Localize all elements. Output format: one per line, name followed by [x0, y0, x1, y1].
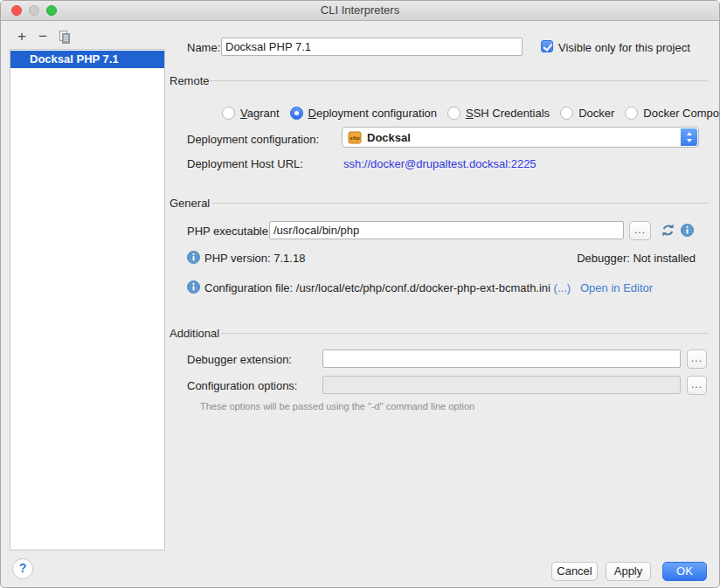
remote-section-header: Remote: [170, 74, 210, 87]
php-version-text: PHP version: 7.1.18: [204, 252, 305, 266]
radio-option-vagrant[interactable]: Vagrant: [222, 107, 280, 120]
debugger-extension-label: Debugger extension:: [187, 353, 292, 367]
configuration-options-browse-button[interactable]: ...: [687, 376, 707, 395]
duplicate-interpreter-button[interactable]: [55, 30, 73, 47]
sftp-badge-icon: sftp: [348, 131, 362, 144]
spacer: [574, 281, 578, 294]
interpreter-list: Docksal PHP 7.1: [10, 49, 165, 550]
info-circle-icon: [681, 224, 694, 237]
chevron-down-icon: [687, 139, 692, 142]
deployment-configuration-label: Deployment configuration:: [187, 133, 319, 147]
name-input[interactable]: [221, 38, 523, 56]
name-label: Name:: [187, 41, 220, 55]
general-section-header: General: [170, 197, 210, 210]
window-title: CLI Interpreters: [1, 3, 719, 17]
deployment-configuration-value: Docksal: [367, 131, 411, 144]
php-executable-label: PHP executable:: [187, 225, 272, 239]
reload-phpinfo-button[interactable]: [661, 223, 675, 240]
radio-option-label: Docker: [578, 107, 614, 120]
svg-text:sftp: sftp: [350, 135, 360, 141]
radio-option-ssh-credentials[interactable]: SSH Credentials: [447, 107, 550, 120]
visible-only-label: Visible only for this project: [558, 41, 690, 55]
sync-arrows-icon: [661, 223, 675, 238]
chevron-up-icon: [687, 132, 692, 135]
show-phpinfo-button[interactable]: [681, 224, 694, 239]
radio-button-icon: [222, 107, 235, 120]
debugger-status-text: Debugger: Not installed: [577, 252, 696, 266]
radio-option-label: Vagrant: [240, 107, 280, 120]
list-item-interpreter[interactable]: Docksal PHP 7.1: [10, 51, 164, 68]
cancel-button[interactable]: Cancel: [551, 562, 598, 581]
radio-option-label: SSH Credentials: [466, 107, 550, 120]
php-executable-input[interactable]: [269, 221, 624, 239]
debugger-extension-input[interactable]: [322, 349, 681, 368]
radio-button-icon: [625, 107, 638, 120]
remote-section-divider: [210, 80, 709, 81]
apply-button[interactable]: Apply: [606, 562, 651, 581]
remove-interpreter-button[interactable]: −: [34, 28, 52, 45]
options-hint-text: These options will be passed using the "…: [200, 401, 474, 412]
radio-option-label: Deployment configuration: [308, 107, 437, 120]
radio-option-docker[interactable]: Docker: [560, 107, 614, 120]
radio-button-icon: [290, 107, 303, 120]
add-interpreter-button[interactable]: +: [13, 28, 31, 45]
deployment-host-url-label: Deployment Host URL:: [187, 157, 303, 171]
radio-option-deployment-configuration[interactable]: Deployment configuration: [290, 107, 437, 120]
deployment-configuration-select[interactable]: sftp Docksal: [342, 127, 699, 148]
minus-icon: −: [38, 28, 47, 45]
radio-button-icon: [560, 107, 573, 120]
additional-section-header: Additional: [170, 327, 219, 340]
radio-option-docker-compose[interactable]: Docker Compose: [625, 107, 719, 120]
configuration-options-input[interactable]: [322, 376, 681, 394]
chevron-up-down-icon[interactable]: [681, 128, 697, 146]
open-in-editor-link[interactable]: Open in Editor: [580, 281, 653, 294]
ok-button[interactable]: OK: [662, 562, 707, 581]
deployment-host-url-link[interactable]: ssh://docker@drupaltest.docksal:2225: [343, 157, 537, 171]
remote-radio-group: VagrantDeployment configurationSSH Crede…: [222, 105, 719, 121]
expand-path-link[interactable]: (...): [554, 281, 571, 294]
php-version-info-icon: [187, 251, 200, 266]
plus-icon: +: [17, 28, 26, 45]
radio-button-icon: [447, 107, 460, 120]
debugger-extension-browse-button[interactable]: ...: [687, 349, 707, 369]
question-mark-icon: ?: [19, 561, 27, 575]
duplicate-pages-icon: [57, 30, 72, 45]
help-button[interactable]: ?: [12, 558, 33, 579]
radio-option-label: Docker Compose: [643, 107, 719, 120]
general-section-divider: [212, 203, 709, 204]
cli-interpreters-dialog: CLI Interpreters + − Docksal PHP 7.1 Nam…: [0, 0, 720, 588]
visible-only-checkbox[interactable]: [541, 40, 553, 52]
title-bar: CLI Interpreters: [1, 1, 719, 21]
php-executable-browse-button[interactable]: ...: [629, 221, 651, 240]
config-file-info-icon: [187, 280, 200, 296]
configuration-options-label: Configuration options:: [187, 379, 297, 393]
additional-section-divider: [221, 333, 709, 334]
configuration-file-text: Configuration file: /usr/local/etc/php/c…: [204, 281, 550, 294]
